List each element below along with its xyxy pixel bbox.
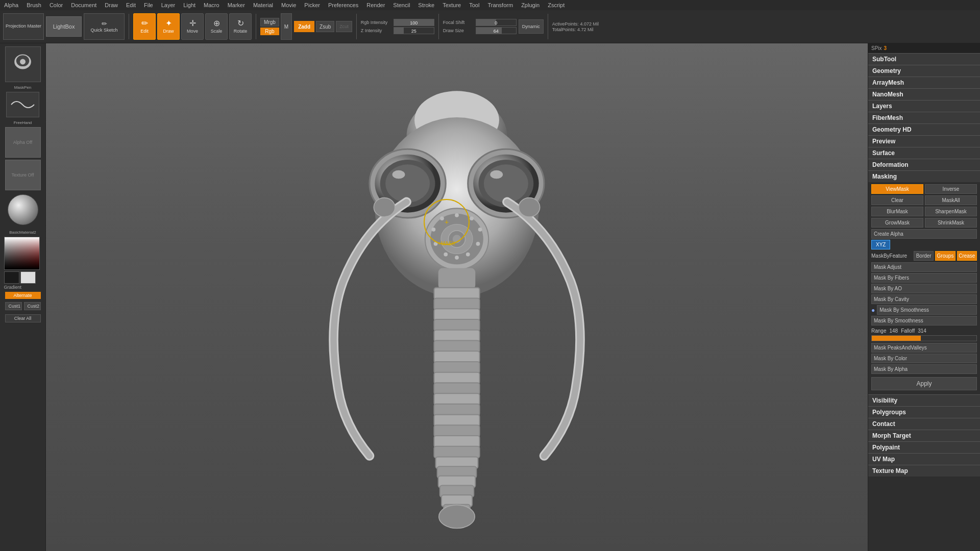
sharpenmask-button[interactable]: SharpenMask (925, 207, 977, 216)
maskall-button[interactable]: MaskAll (925, 195, 977, 205)
menu-brush[interactable]: Brush (27, 2, 41, 8)
foreground-color-swatch[interactable] (4, 271, 19, 284)
visibility-header[interactable]: Visibility (868, 394, 980, 406)
nanomesh-header[interactable]: NanoMesh (868, 88, 980, 100)
menu-alpha[interactable]: Alpha (4, 2, 18, 8)
surface-header[interactable]: Surface (868, 147, 980, 159)
zcut-button[interactable]: Zcut (336, 21, 352, 32)
masking-header[interactable]: Masking (868, 170, 980, 182)
polygroups-header[interactable]: Polygroups (868, 406, 980, 418)
clear-mask-button[interactable]: Clear (871, 195, 923, 205)
shrinkmask-button[interactable]: ShrinkMask (925, 218, 977, 228)
fibermesh-header[interactable]: FiberMesh (868, 112, 980, 123)
edit-button[interactable]: ✏ Edit (133, 13, 156, 40)
texture-preview-button[interactable]: Texture Off (5, 160, 41, 190)
projection-master-button[interactable]: Projection Master (3, 13, 44, 40)
mask-adjust-button[interactable]: Mask Adjust (871, 262, 977, 272)
menu-color[interactable]: Color (50, 2, 63, 8)
menu-transform[interactable]: Transform (487, 2, 513, 8)
polypaint-header[interactable]: Polypaint (868, 441, 980, 453)
brush-preview-button[interactable] (5, 46, 41, 82)
cust1-button[interactable]: Cust1 (5, 302, 22, 310)
menu-stencil[interactable]: Stencil (393, 2, 410, 8)
menu-light[interactable]: Light (183, 2, 195, 8)
background-color-swatch[interactable] (20, 271, 36, 284)
menu-layer[interactable]: Layer (161, 2, 176, 8)
subtool-header[interactable]: SubTool (868, 53, 980, 65)
move-button[interactable]: ✛ Move (181, 13, 204, 40)
maskbyfeature-row: MaskByFeature Border Groups Crease (871, 251, 977, 261)
stroke-preview-button[interactable] (6, 92, 39, 117)
morph-target-header[interactable]: Morph Target (868, 430, 980, 441)
rgb-intensity-slider[interactable]: 100 (394, 19, 434, 26)
deformation-header[interactable]: Deformation (868, 159, 980, 170)
rgb-toggle[interactable]: Rgb (260, 28, 279, 35)
zadd-button[interactable]: Zadd (294, 21, 314, 32)
mrgb-toggle[interactable]: Mrgb (260, 18, 279, 27)
zsub-button[interactable]: Zsub (316, 21, 334, 32)
apply-button[interactable]: Apply (871, 377, 977, 390)
lightbox-button[interactable]: LightBox (46, 16, 82, 37)
growmask-button[interactable]: GrowMask (871, 218, 923, 228)
layers-header[interactable]: Layers (868, 100, 980, 112)
rotate-button[interactable]: ↻ Rotate (229, 13, 252, 40)
alpha-preview-button[interactable]: Alpha Off (5, 127, 41, 158)
inverse-button[interactable]: Inverse (925, 184, 977, 194)
menu-file[interactable]: File (144, 2, 153, 8)
arraymesh-header[interactable]: ArrayMesh (868, 77, 980, 88)
clear-all-button[interactable]: Clear All (5, 314, 41, 322)
menu-preferences[interactable]: Preferences (328, 2, 358, 8)
channel-toggles-group: Mrgb Rgb M (260, 13, 292, 40)
menu-picker[interactable]: Picker (304, 2, 320, 8)
mask-by-color-button[interactable]: Mask By Color (871, 354, 977, 363)
quick-sketch-button[interactable]: ✏ Quick Sketch (84, 13, 125, 40)
draw-size-slider[interactable]: 64 (476, 27, 517, 34)
contact-header[interactable]: Contact (868, 418, 980, 430)
border-button[interactable]: Border (914, 251, 934, 261)
menu-edit[interactable]: Edit (126, 2, 136, 8)
blurmask-button[interactable]: BlurMask (871, 207, 923, 216)
preview-header[interactable]: Preview (868, 135, 980, 147)
groups-button[interactable]: Groups (935, 251, 955, 261)
crease-button[interactable]: Crease (957, 251, 977, 261)
geometry-hd-header[interactable]: Geometry HD (868, 123, 980, 135)
draw-button[interactable]: ✦ Draw (157, 13, 180, 40)
m-toggle[interactable]: M (281, 13, 292, 40)
xyz-mask-button[interactable]: XYZ (871, 240, 890, 249)
menu-zscript[interactable]: Zscript (548, 2, 565, 8)
mask-by-fibers-button[interactable]: Mask By Fibers (871, 273, 977, 283)
dynamic-button[interactable]: Dynamic (519, 19, 544, 34)
3d-viewport[interactable]: + +MASK (46, 43, 868, 551)
mask-by-smoothness-1-button[interactable]: Mask By Smoothness (877, 305, 977, 315)
menu-draw[interactable]: Draw (105, 2, 118, 8)
menu-document[interactable]: Document (71, 2, 96, 8)
mask-by-smoothness-2-button[interactable]: Mask By Smoothness (871, 316, 977, 325)
focal-shift-slider[interactable]: 0 (476, 19, 517, 26)
menu-marker[interactable]: Marker (228, 2, 245, 8)
z-intensity-slider[interactable]: 25 (394, 27, 434, 34)
menu-movie[interactable]: Movie (281, 2, 296, 8)
menu-zplugin[interactable]: Zplugin (521, 2, 540, 8)
mask-peaks-valleys-button[interactable]: Mask PeaksAndValleys (871, 343, 977, 353)
menu-render[interactable]: Render (366, 2, 385, 8)
mask-by-alpha-button[interactable]: Mask By Alpha (871, 364, 977, 374)
menu-material[interactable]: Material (253, 2, 273, 8)
material-preview-button[interactable] (8, 194, 38, 225)
menu-tool[interactable]: Tool (469, 2, 479, 8)
range-slider[interactable] (871, 335, 977, 341)
color-spectrum[interactable] (4, 237, 40, 270)
viewmask-button[interactable]: ViewMask (871, 184, 923, 194)
cust2-button[interactable]: Cust2 (24, 302, 41, 310)
texture-map-header[interactable]: Texture Map (868, 465, 980, 477)
mask-by-ao-button[interactable]: Mask By AO (871, 284, 977, 293)
uv-map-header[interactable]: UV Map (868, 453, 980, 465)
menu-macro[interactable]: Macro (204, 2, 219, 8)
menu-stroke[interactable]: Stroke (418, 2, 434, 8)
scale-button[interactable]: ⊕ Scale (205, 13, 228, 40)
mask-by-cavity-button[interactable]: Mask By Cavity (871, 294, 977, 304)
toolbar-separator-4 (438, 14, 439, 39)
menu-texture[interactable]: Texture (443, 2, 461, 8)
alternate-button[interactable]: Alternate (5, 292, 41, 299)
create-alpha-button[interactable]: Create Alpha (871, 229, 977, 239)
geometry-header[interactable]: Geometry (868, 65, 980, 77)
